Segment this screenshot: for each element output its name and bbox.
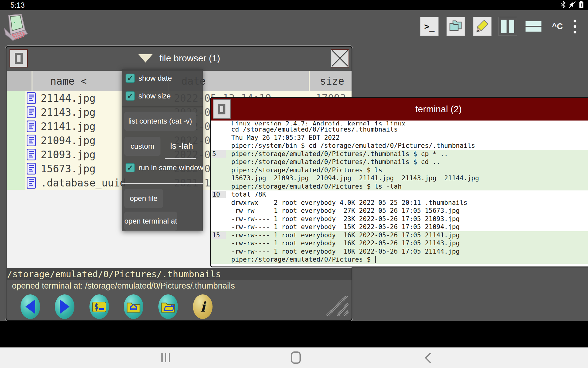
close-x-icon	[331, 50, 349, 67]
edit-button[interactable]	[473, 17, 492, 36]
terminal-line: 15673.jpg 21093.jpg 21094.jpg 21141.jpg …	[211, 174, 588, 182]
overflow-menu-button[interactable]	[570, 17, 579, 36]
list-contents-button[interactable]: list contents (cat -v)	[124, 112, 196, 131]
home-button[interactable]	[124, 294, 143, 319]
row-gutter	[7, 176, 25, 190]
terminal-line: Linux version 2.4.7: Android, kernel is …	[211, 121, 588, 125]
resize-grip[interactable]	[324, 296, 349, 317]
file-name: 21141.jpg	[41, 121, 96, 132]
terminal-line: -rw-rw---- 1 root everybody 23K 2022-05-…	[211, 215, 588, 223]
show-size-option[interactable]: ✓ show size	[126, 91, 171, 101]
header-corner-cell	[7, 71, 32, 91]
open-terminal-at-button[interactable]: open terminal at	[124, 212, 177, 231]
file-icon	[27, 149, 36, 162]
forward-arrow-icon	[58, 299, 71, 315]
terminal-line: 10total 78K	[211, 190, 588, 199]
terminal-output[interactable]: Linux version 2.4.7: Android, kernel is …	[211, 121, 588, 267]
file-icon	[27, 92, 36, 105]
show-size-label: show size	[138, 92, 171, 100]
checkbox-checked-icon[interactable]: ✓	[126, 74, 135, 83]
open-file-button[interactable]: open file	[124, 189, 163, 208]
android-navigation-bar	[0, 347, 588, 368]
status-bar: 5:13	[0, 0, 588, 10]
split-horizontal-button[interactable]	[524, 17, 543, 36]
terminal-line: -rw-rw---- 1 root everybody 27K 2022-05-…	[211, 207, 588, 215]
file-name: 21143.jpg	[41, 106, 96, 118]
close-button[interactable]	[331, 49, 349, 67]
file-name: 21094.jpg	[41, 135, 96, 147]
path-bar[interactable]: /storage/emulated/0/Pictures/.thumbnails	[7, 268, 352, 280]
clock: 5:13	[10, 1, 25, 10]
new-terminal-button[interactable]: >_	[420, 17, 439, 36]
row-gutter	[7, 105, 25, 119]
horizontal-bar-icon	[526, 21, 541, 26]
window-menu-triangle-icon[interactable]	[138, 54, 153, 63]
custom-command-input[interactable]: ls -lah	[165, 141, 198, 151]
home-button[interactable]	[291, 351, 301, 364]
row-gutter	[7, 91, 25, 105]
file-icon	[27, 121, 36, 133]
battery-charging-icon	[579, 1, 584, 10]
horizontal-bar-icon	[526, 27, 541, 32]
checkbox-checked-icon[interactable]: ✓	[126, 163, 135, 172]
text-cursor	[375, 256, 376, 263]
row-gutter	[7, 162, 25, 176]
shell-prompt-icon: $	[92, 301, 106, 312]
file-icon	[27, 135, 36, 148]
menu-separator	[122, 107, 203, 107]
terminal-window: terminal (2) Linux version 2.4.7: Androi…	[210, 97, 588, 267]
resize-grip-icon	[324, 296, 349, 316]
vertical-bar-icon	[509, 20, 514, 33]
split-vertical-button[interactable]	[499, 17, 517, 36]
home-folder-icon	[126, 301, 141, 313]
status-message: opened terminal at: /storage/emulated/0/…	[12, 281, 235, 291]
show-date-option[interactable]: ✓ show date	[126, 74, 172, 83]
window-title: file browser (1)	[159, 53, 220, 63]
menu-dot	[574, 25, 576, 28]
android-back-button[interactable]	[424, 352, 432, 365]
file-icon	[27, 163, 36, 176]
vertical-bar-icon	[501, 20, 507, 33]
file-name: 15673.jpg	[41, 163, 96, 175]
file-browser-titlebar[interactable]: file browser (1)	[6, 47, 352, 70]
open-shell-button[interactable]: $	[89, 294, 109, 319]
new-file-browser-button[interactable]	[447, 17, 465, 36]
ctrl-c-button[interactable]: ^C	[548, 17, 567, 36]
app-logo-retro-terminal-icon	[2, 12, 29, 44]
browse-folder-button[interactable]	[158, 294, 178, 319]
volume-muted-icon	[569, 1, 576, 10]
forward-button[interactable]	[55, 294, 74, 319]
terminal-line: piper:/storage/emulated/0/Pictures/.thum…	[211, 158, 588, 166]
run-in-same-window-label: run in same window	[138, 163, 203, 172]
show-date-label: show date	[138, 74, 172, 82]
terminal-line: piper:/system/bin $ cd /storage/emulated…	[211, 142, 588, 150]
back-arrow-icon	[24, 299, 36, 315]
window-title: terminal (2)	[211, 104, 588, 114]
file-icon	[27, 106, 36, 119]
checkbox-checked-icon[interactable]: ✓	[126, 91, 135, 101]
menu-dot	[574, 20, 576, 22]
folder-icon	[161, 301, 175, 313]
run-in-same-window-option[interactable]: ✓ run in same window	[126, 163, 203, 172]
ctrl-c-label: ^C	[552, 22, 563, 31]
terminal-line: cd /storage/emulated/0/Pictures/.thumbna…	[211, 125, 588, 134]
custom-command-button[interactable]: custom	[124, 137, 160, 156]
file-name: 21144.jpg	[41, 92, 96, 104]
terminal-line: 15-rw-rw---- 1 root everybody 16K 2022-0…	[211, 231, 588, 240]
row-gutter	[7, 133, 25, 148]
terminal-glyph: >_	[424, 21, 435, 32]
pencil-icon	[476, 19, 489, 34]
file-icon	[27, 177, 36, 190]
back-chevron-icon	[424, 352, 432, 363]
column-header-size[interactable]: size	[310, 71, 352, 91]
info-button[interactable]: i	[193, 294, 213, 319]
menu-dot	[574, 31, 576, 33]
terminal-line: piper:/storage/emulated/0/Pictures $ ls	[211, 166, 588, 174]
bluetooth-icon	[561, 1, 566, 10]
maximize-icon	[15, 53, 23, 64]
terminal-line: Thu May 26 17:05:37 EDT 2022	[211, 134, 588, 142]
maximize-button[interactable]	[9, 49, 28, 67]
terminal-titlebar[interactable]: terminal (2)	[211, 98, 588, 121]
back-button[interactable]	[21, 294, 40, 319]
recents-button[interactable]	[161, 353, 170, 362]
